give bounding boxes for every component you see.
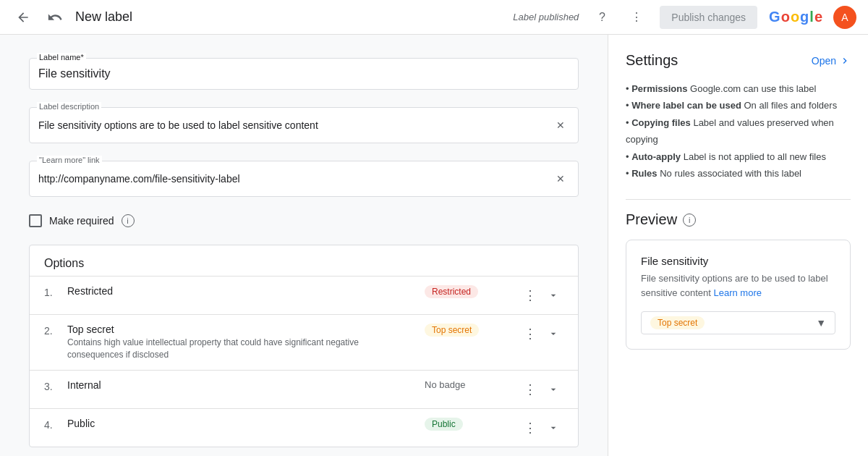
learn-more-section: "Learn more" link ✕ <box>29 161 579 197</box>
label-name-label: Label name* <box>37 53 86 62</box>
undo-button[interactable] <box>43 6 67 29</box>
settings-item: • Permissions Google.com can use this la… <box>626 80 851 97</box>
settings-item-text: Google.com can use this label <box>688 83 817 94</box>
settings-item-text: No rules associated with this label <box>658 168 801 179</box>
user-avatar[interactable]: A <box>833 6 856 29</box>
open-link-label: Open <box>812 55 836 67</box>
option-name: Top secret <box>67 324 416 335</box>
label-name-input[interactable] <box>38 64 569 83</box>
option-badge-area: Top secret <box>425 324 511 337</box>
option-row: 2. Top secret Contains high value intell… <box>30 314 578 370</box>
learn-more-link-text: Learn more <box>713 287 761 298</box>
option-badge: Public <box>425 418 463 431</box>
learn-more-input-row: ✕ <box>38 167 569 190</box>
preview-label-desc: File sensitivity options are to be used … <box>641 271 835 300</box>
app-header: New label Label published ? ⋮ Publish ch… <box>0 0 868 35</box>
option-no-badge: No badge <box>425 379 465 390</box>
option-expand-button[interactable] <box>543 418 563 438</box>
label-desc-input[interactable] <box>38 114 552 137</box>
google-logo: Google <box>769 9 822 25</box>
option-name: Public <box>67 418 416 429</box>
settings-item-bold: Rules <box>631 168 657 179</box>
option-row: 3. Internal No badge ⋮ <box>30 370 578 408</box>
learn-more-label: "Learn more" link <box>37 156 102 164</box>
preview-info-icon[interactable]: i <box>683 214 696 227</box>
settings-item-bold: Auto-apply <box>631 151 681 162</box>
options-section: Options 1. Restricted Restricted ⋮ <box>29 245 579 447</box>
preview-card: File sensitivity File sensitivity option… <box>626 240 851 350</box>
option-description: Contains high value intellectual propert… <box>67 337 416 361</box>
settings-item-bold: Where label can be used <box>631 100 741 111</box>
option-row: 1. Restricted Restricted ⋮ <box>30 276 578 314</box>
option-actions: ⋮ <box>520 285 563 305</box>
settings-item: • Copying files Label and values preserv… <box>626 114 851 148</box>
option-number: 3. <box>44 379 59 392</box>
option-name: Restricted <box>67 285 416 297</box>
options-header: Options <box>30 245 578 276</box>
publish-changes-button[interactable]: Publish changes <box>660 6 757 29</box>
preview-select-dropdown[interactable]: Top secret ▼ <box>641 311 835 334</box>
option-badge: Restricted <box>425 285 478 298</box>
option-actions: ⋮ <box>520 324 563 344</box>
preview-learn-more-link[interactable]: Learn more <box>713 287 761 298</box>
option-more-button[interactable]: ⋮ <box>520 379 540 400</box>
header-left: New label <box>12 6 513 29</box>
option-badge-area: Public <box>425 418 511 431</box>
settings-open-link[interactable]: Open <box>812 55 851 67</box>
option-content: Restricted <box>67 285 416 298</box>
option-badge-area: No badge <box>425 379 511 390</box>
option-name: Internal <box>67 379 416 391</box>
page-title: New label <box>75 9 132 25</box>
settings-item: • Rules No rules associated with this la… <box>626 165 851 182</box>
option-actions: ⋮ <box>520 379 563 400</box>
option-content: Internal <box>67 379 416 392</box>
preview-label-name: File sensitivity <box>641 255 835 267</box>
more-options-button[interactable]: ⋮ <box>625 6 648 29</box>
option-row: 4. Public Public ⋮ <box>30 408 578 447</box>
option-content: Public <box>67 418 416 431</box>
make-required-info-icon[interactable]: i <box>122 214 135 227</box>
label-desc-field: Label description ✕ <box>29 107 579 143</box>
main-layout: Label name* Label description ✕ "Learn m… <box>0 35 868 456</box>
learn-more-field: "Learn more" link ✕ <box>29 161 579 197</box>
learn-more-input[interactable] <box>38 167 552 190</box>
settings-header: Settings Open <box>626 52 851 69</box>
label-name-section: Label name* <box>29 58 579 90</box>
label-desc-label: Label description <box>37 102 101 111</box>
header-right: Label published ? ⋮ Publish changes Goog… <box>513 6 856 29</box>
label-name-field: Label name* <box>29 58 579 90</box>
right-panel: Settings Open • Permissions Google.com c… <box>608 35 868 456</box>
option-more-button[interactable]: ⋮ <box>520 285 540 305</box>
option-more-button[interactable]: ⋮ <box>520 324 540 344</box>
make-required-checkbox[interactable] <box>29 214 42 227</box>
option-content: Top secret Contains high value intellect… <box>67 324 416 361</box>
make-required-row: Make required i <box>29 214 579 227</box>
option-number: 4. <box>44 418 59 431</box>
label-status: Label published <box>513 12 579 22</box>
label-desc-input-row: ✕ <box>38 114 569 137</box>
left-panel: Label name* Label description ✕ "Learn m… <box>0 35 608 456</box>
settings-item-bold: Permissions <box>631 83 687 94</box>
option-badge-area: Restricted <box>425 285 511 298</box>
clear-learn-more-button[interactable]: ✕ <box>552 170 569 187</box>
settings-title: Settings <box>626 52 678 69</box>
option-expand-button[interactable] <box>543 324 563 344</box>
back-button[interactable] <box>12 6 35 29</box>
settings-item-bold: Copying files <box>631 117 691 128</box>
option-number: 2. <box>44 324 59 337</box>
preview-title: Preview <box>626 211 677 228</box>
settings-item-text: Label is not applied to all new files <box>681 151 826 162</box>
settings-list: • Permissions Google.com can use this la… <box>626 80 851 182</box>
label-desc-section: Label description ✕ <box>29 107 579 143</box>
dropdown-arrow-icon: ▼ <box>816 317 826 329</box>
preview-selected-badge: Top secret <box>650 316 705 329</box>
option-expand-button[interactable] <box>543 379 563 400</box>
clear-desc-button[interactable]: ✕ <box>552 117 569 134</box>
settings-item: • Auto-apply Label is not applied to all… <box>626 148 851 165</box>
help-button[interactable]: ? <box>590 6 613 29</box>
settings-item-text: On all files and folders <box>741 100 837 111</box>
preview-section: Preview i File sensitivity File sensitiv… <box>626 211 851 350</box>
option-actions: ⋮ <box>520 418 563 438</box>
option-expand-button[interactable] <box>543 285 563 305</box>
option-more-button[interactable]: ⋮ <box>520 418 540 438</box>
